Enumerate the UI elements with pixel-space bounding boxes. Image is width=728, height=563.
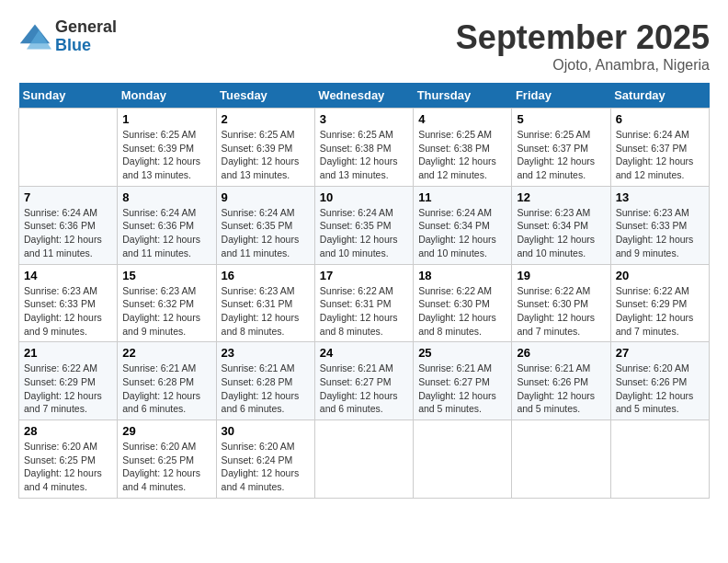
day-number: 20 xyxy=(616,269,704,282)
day-number: 5 xyxy=(517,112,605,126)
day-info: Sunrise: 6:25 AM Sunset: 6:39 PM Dayligh… xyxy=(122,128,210,182)
day-header-tuesday: Tuesday xyxy=(216,83,314,109)
day-header-friday: Friday xyxy=(512,83,610,109)
day-info: Sunrise: 6:24 AM Sunset: 6:36 PM Dayligh… xyxy=(122,206,210,260)
day-number: 15 xyxy=(122,269,210,282)
day-number: 6 xyxy=(616,112,704,126)
day-number: 17 xyxy=(320,269,408,282)
title-block: September 2025 Ojoto, Anambra, Nigeria xyxy=(456,18,710,74)
day-number: 22 xyxy=(122,346,210,360)
calendar-cell: 3Sunrise: 6:25 AM Sunset: 6:38 PM Daylig… xyxy=(314,109,413,187)
calendar-cell: 2Sunrise: 6:25 AM Sunset: 6:39 PM Daylig… xyxy=(216,109,314,187)
calendar-cell: 9Sunrise: 6:24 AM Sunset: 6:35 PM Daylig… xyxy=(216,186,314,264)
day-number: 30 xyxy=(222,424,310,438)
calendar-cell: 21Sunrise: 6:22 AM Sunset: 6:29 PM Dayli… xyxy=(19,342,118,420)
day-info: Sunrise: 6:20 AM Sunset: 6:25 PM Dayligh… xyxy=(122,440,210,494)
calendar-header-row: SundayMondayTuesdayWednesdayThursdayFrid… xyxy=(19,83,710,109)
calendar-cell: 4Sunrise: 6:25 AM Sunset: 6:38 PM Daylig… xyxy=(414,109,512,187)
calendar-cell: 30Sunrise: 6:20 AM Sunset: 6:24 PM Dayli… xyxy=(216,420,314,499)
day-info: Sunrise: 6:22 AM Sunset: 6:30 PM Dayligh… xyxy=(517,284,605,339)
day-info: Sunrise: 6:20 AM Sunset: 6:25 PM Dayligh… xyxy=(24,440,112,494)
day-number: 18 xyxy=(418,269,506,282)
calendar-cell: 7Sunrise: 6:24 AM Sunset: 6:36 PM Daylig… xyxy=(19,186,118,264)
logo: General Blue xyxy=(18,18,117,55)
calendar-week-row: 21Sunrise: 6:22 AM Sunset: 6:29 PM Dayli… xyxy=(19,342,710,420)
day-number: 14 xyxy=(24,269,112,282)
logo-general: General xyxy=(55,18,117,37)
day-info: Sunrise: 6:23 AM Sunset: 6:33 PM Dayligh… xyxy=(616,206,704,260)
day-info: Sunrise: 6:23 AM Sunset: 6:31 PM Dayligh… xyxy=(222,284,310,339)
day-info: Sunrise: 6:20 AM Sunset: 6:24 PM Dayligh… xyxy=(222,440,310,494)
day-number: 19 xyxy=(517,269,605,282)
calendar-cell: 29Sunrise: 6:20 AM Sunset: 6:25 PM Dayli… xyxy=(118,420,216,499)
day-header-saturday: Saturday xyxy=(610,83,709,109)
calendar-cell: 25Sunrise: 6:21 AM Sunset: 6:27 PM Dayli… xyxy=(414,342,512,420)
day-info: Sunrise: 6:24 AM Sunset: 6:35 PM Dayligh… xyxy=(320,206,408,260)
day-number: 25 xyxy=(418,346,506,360)
day-number: 28 xyxy=(24,424,112,438)
day-info: Sunrise: 6:21 AM Sunset: 6:27 PM Dayligh… xyxy=(418,362,506,416)
logo-text: General Blue xyxy=(55,18,117,55)
calendar-cell: 23Sunrise: 6:21 AM Sunset: 6:28 PM Dayli… xyxy=(216,342,314,420)
calendar-cell: 10Sunrise: 6:24 AM Sunset: 6:35 PM Dayli… xyxy=(314,186,413,264)
calendar-cell: 26Sunrise: 6:21 AM Sunset: 6:26 PM Dayli… xyxy=(512,342,610,420)
day-info: Sunrise: 6:20 AM Sunset: 6:26 PM Dayligh… xyxy=(616,362,704,416)
day-header-thursday: Thursday xyxy=(414,83,512,109)
day-info: Sunrise: 6:23 AM Sunset: 6:34 PM Dayligh… xyxy=(517,206,605,260)
day-info: Sunrise: 6:24 AM Sunset: 6:37 PM Dayligh… xyxy=(616,128,704,182)
day-info: Sunrise: 6:21 AM Sunset: 6:26 PM Dayligh… xyxy=(517,362,605,416)
calendar-cell xyxy=(512,420,610,499)
day-number: 27 xyxy=(616,346,704,360)
day-number: 9 xyxy=(222,190,310,204)
day-number: 3 xyxy=(320,112,408,126)
logo-blue: Blue xyxy=(55,37,117,55)
day-info: Sunrise: 6:23 AM Sunset: 6:32 PM Dayligh… xyxy=(122,284,210,339)
day-number: 13 xyxy=(616,190,704,204)
calendar-cell xyxy=(610,420,709,499)
day-number: 21 xyxy=(24,346,112,360)
calendar-week-row: 7Sunrise: 6:24 AM Sunset: 6:36 PM Daylig… xyxy=(19,186,710,264)
day-info: Sunrise: 6:22 AM Sunset: 6:31 PM Dayligh… xyxy=(320,284,408,339)
calendar-cell: 8Sunrise: 6:24 AM Sunset: 6:36 PM Daylig… xyxy=(118,186,216,264)
day-number: 1 xyxy=(122,112,210,126)
calendar-cell: 6Sunrise: 6:24 AM Sunset: 6:37 PM Daylig… xyxy=(610,109,709,187)
calendar-week-row: 1Sunrise: 6:25 AM Sunset: 6:39 PM Daylig… xyxy=(19,109,710,187)
calendar-week-row: 28Sunrise: 6:20 AM Sunset: 6:25 PM Dayli… xyxy=(19,420,710,499)
calendar-cell: 28Sunrise: 6:20 AM Sunset: 6:25 PM Dayli… xyxy=(19,420,118,499)
day-info: Sunrise: 6:21 AM Sunset: 6:27 PM Dayligh… xyxy=(320,362,408,416)
day-number: 12 xyxy=(517,190,605,204)
calendar-cell: 19Sunrise: 6:22 AM Sunset: 6:30 PM Dayli… xyxy=(512,264,610,342)
day-info: Sunrise: 6:23 AM Sunset: 6:33 PM Dayligh… xyxy=(24,284,112,339)
calendar-cell xyxy=(414,420,512,499)
day-info: Sunrise: 6:21 AM Sunset: 6:28 PM Dayligh… xyxy=(222,362,310,416)
day-info: Sunrise: 6:24 AM Sunset: 6:36 PM Dayligh… xyxy=(24,206,112,260)
calendar-cell xyxy=(19,109,118,187)
calendar-table: SundayMondayTuesdayWednesdayThursdayFrid… xyxy=(18,83,710,499)
calendar-cell: 24Sunrise: 6:21 AM Sunset: 6:27 PM Dayli… xyxy=(314,342,413,420)
calendar-cell: 22Sunrise: 6:21 AM Sunset: 6:28 PM Dayli… xyxy=(118,342,216,420)
calendar-week-row: 14Sunrise: 6:23 AM Sunset: 6:33 PM Dayli… xyxy=(19,264,710,342)
day-number: 23 xyxy=(222,346,310,360)
calendar-cell xyxy=(314,420,413,499)
month-title: September 2025 xyxy=(456,18,710,57)
day-header-sunday: Sunday xyxy=(19,83,118,109)
day-number: 7 xyxy=(24,190,112,204)
day-number: 26 xyxy=(517,346,605,360)
logo-icon xyxy=(18,20,51,53)
day-number: 16 xyxy=(222,269,310,282)
day-number: 4 xyxy=(418,112,506,126)
calendar-cell: 14Sunrise: 6:23 AM Sunset: 6:33 PM Dayli… xyxy=(19,264,118,342)
day-info: Sunrise: 6:25 AM Sunset: 6:38 PM Dayligh… xyxy=(418,128,506,182)
day-header-monday: Monday xyxy=(118,83,216,109)
calendar-cell: 18Sunrise: 6:22 AM Sunset: 6:30 PM Dayli… xyxy=(414,264,512,342)
calendar-cell: 13Sunrise: 6:23 AM Sunset: 6:33 PM Dayli… xyxy=(610,186,709,264)
day-info: Sunrise: 6:25 AM Sunset: 6:38 PM Dayligh… xyxy=(320,128,408,182)
day-info: Sunrise: 6:24 AM Sunset: 6:35 PM Dayligh… xyxy=(222,206,310,260)
day-number: 10 xyxy=(320,190,408,204)
day-info: Sunrise: 6:21 AM Sunset: 6:28 PM Dayligh… xyxy=(122,362,210,416)
day-info: Sunrise: 6:25 AM Sunset: 6:39 PM Dayligh… xyxy=(222,128,310,182)
calendar-cell: 12Sunrise: 6:23 AM Sunset: 6:34 PM Dayli… xyxy=(512,186,610,264)
page-header: General Blue September 2025 Ojoto, Anamb… xyxy=(18,18,710,74)
day-header-wednesday: Wednesday xyxy=(314,83,413,109)
day-info: Sunrise: 6:22 AM Sunset: 6:30 PM Dayligh… xyxy=(418,284,506,339)
